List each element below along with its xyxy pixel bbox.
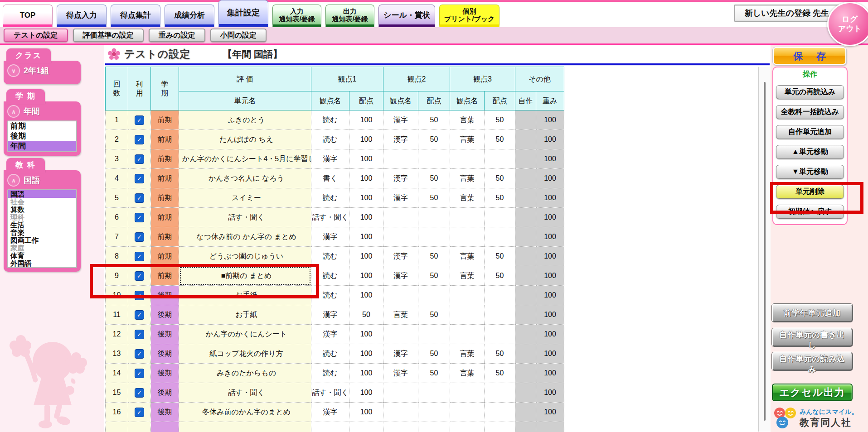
kanten-name-cell[interactable]: 読む — [311, 110, 349, 130]
kanten-name-cell[interactable]: 漢字 — [311, 325, 349, 344]
subject-option[interactable]: 音楽 — [8, 229, 76, 236]
use-checkbox[interactable]: ✓ — [135, 252, 144, 261]
kanten-score-cell[interactable] — [485, 286, 515, 305]
use-checkbox[interactable]: ✓ — [135, 135, 144, 144]
use-checkbox[interactable]: ✓ — [135, 330, 144, 339]
kanten-name-cell[interactable] — [450, 422, 485, 432]
weight-cell[interactable]: 100 — [536, 169, 564, 188]
kanten-score-cell[interactable]: 100 — [349, 344, 383, 364]
kanten-score-cell[interactable] — [485, 149, 515, 169]
kanten-name-cell[interactable]: 言葉 — [450, 188, 485, 208]
kanten-score-cell[interactable]: 100 — [349, 188, 383, 208]
kanten-name-cell[interactable]: 読む — [311, 188, 349, 208]
weight-cell[interactable]: 100 — [536, 266, 564, 286]
kanten-score-cell[interactable] — [418, 149, 450, 169]
use-checkbox[interactable]: ✓ — [135, 213, 144, 222]
use-checkbox[interactable]: ✓ — [135, 115, 144, 125]
kanten-score-cell[interactable]: 100 — [349, 227, 383, 247]
kanten-name-cell[interactable]: 漢字 — [311, 227, 349, 247]
kanten-score-cell[interactable] — [485, 227, 515, 247]
sub-tab[interactable]: 評価基準の設定 — [73, 29, 144, 42]
use-checkbox[interactable]: ✓ — [135, 154, 144, 164]
weight-cell[interactable] — [536, 422, 564, 432]
kanten-name-cell[interactable]: 読む — [311, 247, 349, 266]
kanten-score-cell[interactable]: 50 — [485, 247, 515, 266]
kanten-score-cell[interactable]: 50 — [485, 110, 515, 130]
weight-cell[interactable]: 100 — [536, 110, 564, 130]
chevron-down-icon[interactable]: ∨ — [7, 64, 20, 77]
save-button[interactable]: 保 存 — [773, 47, 846, 65]
kanten-score-cell[interactable]: 100 — [349, 286, 383, 305]
unit-name-cell[interactable]: お手紙 — [179, 286, 311, 305]
unit-name-cell[interactable]: みきのたからもの — [179, 364, 311, 383]
top-tab[interactable]: 個別 プリント/ブック — [439, 5, 500, 27]
kanten-name-cell[interactable] — [383, 208, 418, 227]
kanten-name-cell[interactable]: 漢字 — [383, 266, 418, 286]
kanten-name-cell[interactable] — [450, 208, 485, 227]
kanten-score-cell[interactable]: 100 — [349, 247, 383, 266]
top-tab[interactable]: 入力 通知表/要録 — [272, 5, 321, 27]
unit-name-cell[interactable]: ■前期の まとめ — [179, 266, 311, 286]
kanten-name-cell[interactable] — [450, 325, 485, 344]
kanten-score-cell[interactable]: 50 — [485, 130, 515, 149]
kanten-name-cell[interactable]: 漢字 — [311, 149, 349, 169]
kanten-score-cell[interactable]: 50 — [485, 344, 515, 364]
kanten-name-cell[interactable] — [450, 227, 485, 247]
kanten-name-cell[interactable]: 言葉 — [383, 305, 418, 325]
kanten-name-cell[interactable] — [383, 383, 418, 403]
unit-name-cell[interactable]: なつ休み前の かん字の まとめ — [179, 227, 311, 247]
kanten-score-cell[interactable] — [418, 383, 450, 403]
kanten-score-cell[interactable] — [485, 305, 515, 325]
kanten-score-cell[interactable]: 50 — [418, 169, 450, 188]
unit-name-cell[interactable]: かんさつ名人に なろう — [179, 169, 311, 188]
kanten-score-cell[interactable] — [485, 325, 515, 344]
kanten-name-cell[interactable]: 言葉 — [450, 169, 485, 188]
operation-button[interactable]: ▲単元移動 — [776, 145, 844, 159]
kanten-name-cell[interactable] — [450, 286, 485, 305]
kanten-name-cell[interactable]: 読む — [311, 286, 349, 305]
top-tab[interactable]: 成績分析 — [165, 5, 214, 27]
operation-button[interactable]: 全教科一括読込み — [776, 105, 844, 119]
subject-option[interactable]: 外国語 — [8, 259, 76, 267]
bottom-action-button[interactable]: 自作単元の書き出し — [772, 328, 853, 346]
use-checkbox[interactable]: ✓ — [135, 193, 144, 203]
weight-cell[interactable]: 100 — [536, 247, 564, 266]
unit-name-cell[interactable]: スイミー — [179, 188, 311, 208]
subject-option[interactable]: 国語 — [8, 190, 76, 198]
kanten-score-cell[interactable]: 100 — [349, 130, 383, 149]
kanten-name-cell[interactable] — [383, 286, 418, 305]
weight-cell[interactable]: 100 — [536, 208, 564, 227]
weight-cell[interactable]: 100 — [536, 286, 564, 305]
kanten-name-cell[interactable] — [383, 149, 418, 169]
unit-name-cell[interactable]: ふきのとう — [179, 110, 311, 130]
weight-cell[interactable]: 100 — [536, 149, 564, 169]
kanten-name-cell[interactable]: 漢字 — [383, 188, 418, 208]
kanten-name-cell[interactable] — [450, 305, 485, 325]
logout-button[interactable]: ログ アウト — [827, 2, 868, 46]
kanten-name-cell[interactable]: 漢字 — [383, 247, 418, 266]
unit-name-cell[interactable]: 話す・聞く — [179, 208, 311, 227]
teacher-register-button[interactable]: 新しい先生の登録 先生 — [734, 5, 840, 22]
kanten-score-cell[interactable] — [418, 325, 450, 344]
unit-name-cell[interactable]: 冬休み前のかん字のまとめ — [179, 403, 311, 422]
top-tab[interactable]: シール・賞状 — [378, 5, 435, 27]
kanten-score-cell[interactable]: 100 — [349, 208, 383, 227]
kanten-name-cell[interactable] — [450, 149, 485, 169]
weight-cell[interactable]: 100 — [536, 383, 564, 403]
kanten-score-cell[interactable]: 50 — [418, 130, 450, 149]
bottom-action-button[interactable]: 前学年単元追加 — [772, 304, 853, 322]
weight-cell[interactable]: 100 — [536, 344, 564, 364]
kanten-score-cell[interactable]: 50 — [418, 266, 450, 286]
kanten-name-cell[interactable]: 漢字 — [311, 403, 349, 422]
unit-name-cell[interactable]: お手紙 — [179, 305, 311, 325]
weight-cell[interactable]: 100 — [536, 188, 564, 208]
weight-cell[interactable]: 100 — [536, 130, 564, 149]
kanten-name-cell[interactable]: 言葉 — [450, 344, 485, 364]
operation-button[interactable]: 初期値へ戻す — [776, 205, 844, 219]
kanten-name-cell[interactable] — [383, 227, 418, 247]
kanten-score-cell[interactable] — [349, 422, 383, 432]
unit-name-cell[interactable] — [179, 422, 311, 432]
weight-cell[interactable]: 100 — [536, 227, 564, 247]
unit-name-cell[interactable]: どうぶつ園のじゅうい — [179, 247, 311, 266]
unit-name-cell[interactable]: 紙コップ花火の作り方 — [179, 344, 311, 364]
